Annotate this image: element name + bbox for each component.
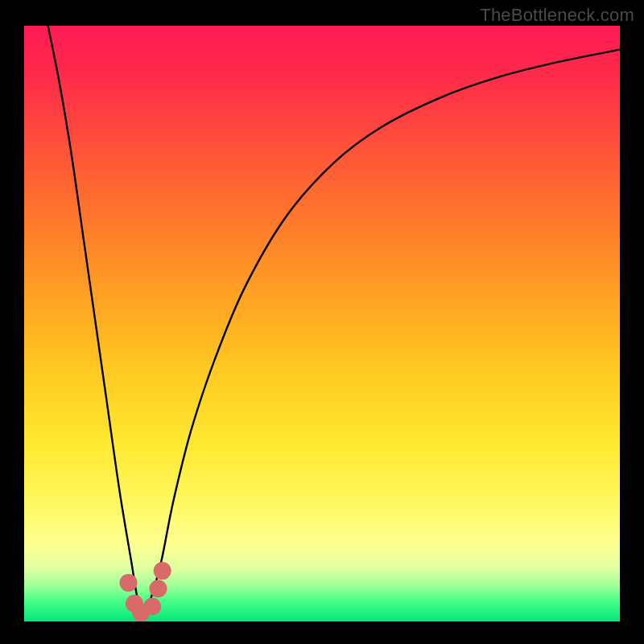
watermark-text: TheBottleneck.com (480, 5, 634, 26)
chart-background (24, 26, 620, 621)
